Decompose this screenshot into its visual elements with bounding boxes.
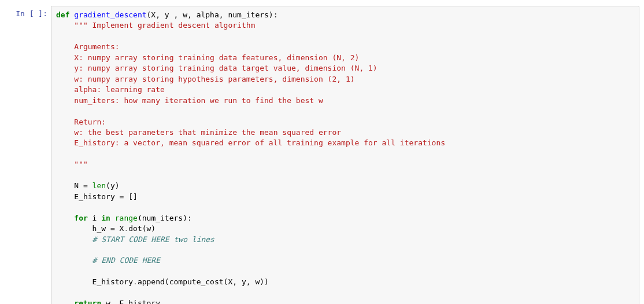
code-text: w, E_history	[101, 299, 160, 304]
docstring-line: Arguments:	[56, 42, 120, 51]
signature: (X, y , w, alpha, num_iters):	[147, 10, 278, 19]
code-text: E_history	[56, 277, 133, 286]
comment-end: # END CODE HERE	[56, 256, 160, 265]
operator: =	[83, 181, 88, 190]
code-text: i	[88, 214, 101, 222]
docstring-line: alpha: learning rate	[56, 85, 165, 94]
docstring-open: """	[74, 21, 87, 30]
docstring-line: num_iters: how many iteration we run to …	[56, 96, 323, 105]
code-text: X	[115, 224, 124, 233]
code-input-area[interactable]: def gradient_descent(X, y , w, alpha, nu…	[51, 6, 639, 304]
code-content[interactable]: def gradient_descent(X, y , w, alpha, nu…	[56, 10, 634, 304]
code-text	[88, 181, 92, 190]
docstring-line: y: numpy array storing training data tar…	[56, 64, 377, 72]
operator: =	[110, 224, 115, 233]
keyword-def: def	[56, 10, 69, 19]
keyword-in: in	[101, 214, 110, 222]
code-cell: In [ ]: def gradient_descent(X, y , w, a…	[0, 0, 644, 304]
builtin-len: len	[92, 181, 106, 190]
docstring-line: E_history: a vector, mean squared error …	[56, 138, 445, 147]
code-text: append(compute_cost(X, y, w))	[138, 277, 269, 286]
comment-start: # START CODE HERE two lines	[56, 235, 214, 244]
code-text: E_history	[56, 192, 120, 201]
code-text: dot(w)	[128, 224, 156, 233]
docstring-line: Implement gradient descent algorithm	[88, 21, 256, 30]
builtin-range: range	[115, 214, 138, 222]
function-name: gradient_descent	[74, 10, 146, 19]
operator: .	[133, 277, 138, 286]
code-text: (num_iters):	[138, 214, 192, 222]
keyword-return: return	[74, 299, 101, 304]
code-text: (y)	[106, 181, 119, 190]
cell-prompt: In [ ]:	[8, 6, 51, 304]
docstring-line: X: numpy array storing training data fea…	[56, 53, 359, 62]
docstring-close: """	[56, 160, 88, 169]
code-text	[110, 214, 115, 222]
docstring-line: w: the best parameters that minimize the…	[56, 128, 341, 137]
code-text: h_w	[56, 224, 110, 233]
code-text: N	[56, 181, 83, 190]
docstring-line: Return:	[56, 118, 106, 126]
docstring-line: w: numpy array storing hypothesis parame…	[56, 75, 355, 83]
keyword-for: for	[74, 214, 87, 222]
code-text: []	[124, 192, 137, 201]
